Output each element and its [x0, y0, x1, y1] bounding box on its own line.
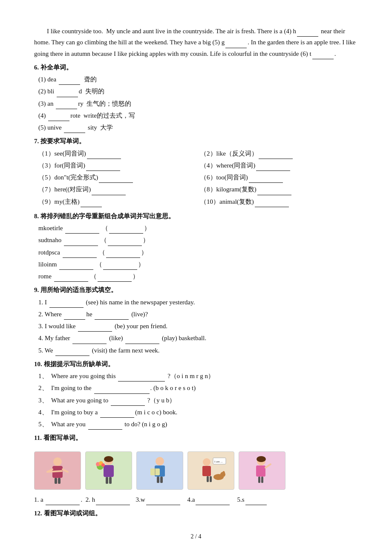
- svg-line-34: [265, 464, 271, 468]
- blank-11-2[interactable]: [96, 505, 130, 505]
- blank-5g[interactable]: [225, 48, 247, 48]
- section-8-items: mkoetirle （） sudtnaho （） rotdpsca （） lil…: [34, 223, 358, 282]
- image-1: [34, 451, 81, 490]
- list-item: sudtnaho （）: [38, 234, 358, 246]
- page-number: 2 / 4: [34, 532, 358, 542]
- svg-rect-6: [58, 478, 61, 484]
- intro-paragraph: I like countryside too. My uncle and aun…: [34, 26, 358, 59]
- list-item: (5) unive sity 大学: [38, 122, 358, 133]
- list-item: 2. Where he (live)?: [38, 309, 358, 320]
- blank-10-1[interactable]: [118, 381, 165, 382]
- image-5: [239, 451, 285, 490]
- svg-point-32: [257, 456, 266, 462]
- svg-rect-36: [261, 477, 263, 483]
- blank-7-6[interactable]: [249, 182, 283, 183]
- blank-10-2[interactable]: [94, 393, 150, 394]
- list-item: (1) dea 聋的: [38, 74, 358, 85]
- list-item: （10）animal(复数): [200, 196, 358, 207]
- svg-line-4: [47, 471, 62, 472]
- list-item: 3、 What are you going to ?（y u b）: [38, 395, 358, 406]
- blank-6-2a[interactable]: [57, 97, 78, 97]
- blank-9-3[interactable]: [78, 331, 112, 332]
- blank-8-1a[interactable]: [65, 233, 99, 234]
- blank-9-5[interactable]: [55, 356, 89, 356]
- svg-rect-30: [210, 476, 212, 482]
- list-item: 2、 I'm going to the . (b o k o r e s o t…: [38, 382, 358, 393]
- blank-8-5a[interactable]: [54, 281, 88, 282]
- blank-10-3[interactable]: [111, 405, 145, 406]
- image-4: I am ...: [187, 451, 234, 490]
- section-9-items: 1. I (see) his name in the newspaper yes…: [34, 297, 358, 356]
- list-item: 1、 Where are you going this ?（o i n m r …: [38, 370, 358, 382]
- blank-9-2a[interactable]: [64, 319, 85, 320]
- image-labels: 1. a . 2. h 3.w 4.a 5.s: [34, 494, 358, 505]
- svg-point-8: [104, 456, 113, 462]
- list-item: （3）for(同音词): [38, 160, 196, 171]
- blank-7-5[interactable]: [99, 182, 133, 183]
- blank-9-4a[interactable]: [72, 344, 107, 344]
- svg-rect-14: [106, 477, 108, 484]
- list-item: 5、 What are you to do? (n i g o g): [38, 419, 358, 430]
- blank-7-2[interactable]: [259, 159, 293, 159]
- image-2: [85, 451, 132, 490]
- section-8-title: 8. 将排列错乱的字母重新组合成单词并写出意思。: [34, 211, 358, 222]
- list-item: （2）like（反义词）: [200, 148, 358, 159]
- blank-11-3[interactable]: [146, 505, 180, 505]
- blank-11-5[interactable]: [245, 505, 267, 505]
- list-item: (4) rote write的过去式，写: [38, 110, 358, 121]
- svg-rect-35: [258, 477, 260, 483]
- blank-7-1[interactable]: [87, 159, 121, 159]
- section-7-items: （1）see(同音词) （2）like（反义词） （3）for(同音词) （4）…: [34, 148, 358, 208]
- blank-8-4b[interactable]: [103, 269, 137, 270]
- blank-6-4[interactable]: [48, 121, 69, 121]
- blank-8-1b[interactable]: [109, 233, 143, 234]
- blank-11-4[interactable]: [196, 505, 230, 505]
- blank-6-3[interactable]: [56, 109, 77, 109]
- svg-point-0: [53, 457, 62, 466]
- blank-4h[interactable]: [297, 36, 318, 37]
- blank-8-3a[interactable]: [63, 257, 97, 258]
- svg-rect-15: [109, 477, 112, 484]
- svg-rect-33: [256, 465, 265, 477]
- blank-9-1[interactable]: [49, 307, 84, 308]
- blank-7-4[interactable]: [256, 171, 290, 171]
- blank-10-5[interactable]: [88, 429, 122, 430]
- list-item: （4）where(同音词): [200, 160, 358, 171]
- blank-8-4a[interactable]: [59, 269, 93, 270]
- blank-9-2b[interactable]: [95, 319, 129, 320]
- section-10-title: 10. 根据提示写出所缺单词。: [34, 358, 358, 370]
- blank-8-5b[interactable]: [98, 281, 132, 282]
- blank-7-3[interactable]: [86, 171, 120, 171]
- blank-8-3b[interactable]: [106, 257, 140, 258]
- svg-point-24: [203, 458, 210, 466]
- list-item: rotdpsca （）: [38, 247, 358, 258]
- svg-rect-29: [207, 476, 209, 482]
- blank-9-4b[interactable]: [125, 344, 159, 344]
- list-item: 4. My father (like) (play) basketball.: [38, 332, 358, 344]
- blank-8-2a[interactable]: [64, 246, 98, 246]
- blank-8-2b[interactable]: [108, 246, 142, 246]
- svg-text:I am ...: I am ...: [214, 460, 223, 463]
- section-9-title: 9. 用所给词的适当形式填空。: [34, 284, 358, 295]
- list-item: 5. We (visit) the farm next week.: [38, 345, 358, 356]
- blank-6t[interactable]: [312, 59, 334, 59]
- section-10-items: 1、 Where are you going this ?（o i n m r …: [34, 370, 358, 430]
- list-item: (2) bli d 失明的: [38, 86, 358, 97]
- blank-6-5[interactable]: [64, 133, 85, 133]
- list-item: （6）too(同音词): [200, 172, 358, 183]
- blank-7-10[interactable]: [255, 207, 289, 207]
- svg-rect-20: [157, 477, 159, 483]
- blank-6-1[interactable]: [59, 84, 80, 85]
- blank-7-7[interactable]: [92, 195, 126, 195]
- svg-rect-9: [104, 465, 114, 477]
- blank-7-8[interactable]: [257, 195, 291, 195]
- blank-11-1[interactable]: [46, 505, 80, 505]
- svg-rect-25: [202, 466, 211, 476]
- section-12-title: 12. 看图写单词或词组。: [34, 508, 358, 519]
- svg-point-28: [222, 471, 225, 475]
- blank-7-9[interactable]: [81, 207, 102, 207]
- blank-10-4[interactable]: [100, 417, 134, 418]
- list-item: 3. I would like (be) your pen friend.: [38, 321, 358, 332]
- section-7-title: 7. 按要求写单词。: [34, 136, 358, 147]
- svg-rect-5: [55, 478, 57, 484]
